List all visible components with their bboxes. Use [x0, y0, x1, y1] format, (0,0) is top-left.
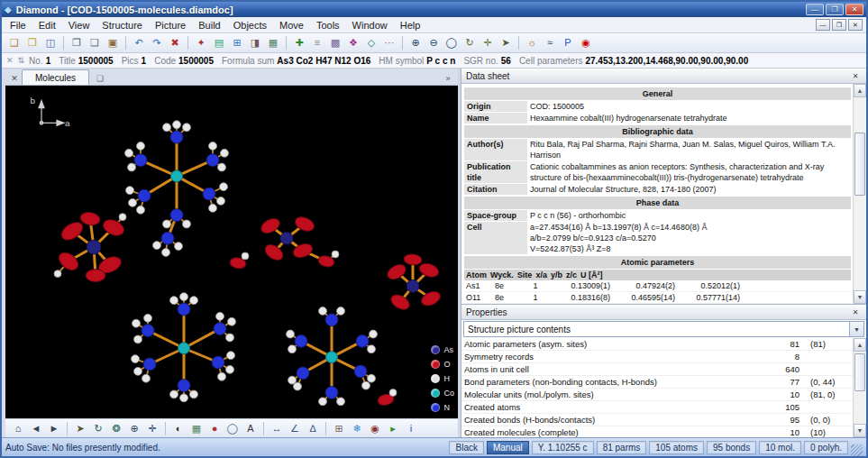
- properties-tool-icon[interactable]: P: [559, 34, 577, 51]
- add-atom-icon[interactable]: ✚: [290, 34, 308, 51]
- new-picture-icon[interactable]: ❏: [92, 71, 108, 85]
- snapshot-icon[interactable]: ◉: [366, 420, 384, 437]
- scroll-up-icon[interactable]: ▲: [854, 84, 866, 97]
- scroll-track[interactable]: [854, 352, 866, 424]
- expand-tabs-button[interactable]: »: [440, 71, 456, 85]
- redo-icon[interactable]: ↷: [148, 34, 166, 51]
- open-file-icon[interactable]: ❒: [23, 34, 41, 51]
- tab-molecules[interactable]: Molecules: [22, 69, 89, 85]
- scroll-down-icon[interactable]: ▼: [854, 290, 866, 304]
- menu-item[interactable]: View: [62, 19, 96, 32]
- menu-item[interactable]: File: [4, 19, 32, 32]
- property-row[interactable]: Created bonds (H-bonds/contacts) 95 (0, …: [461, 414, 853, 426]
- scroll-up-icon[interactable]: ▲: [854, 338, 866, 352]
- angle-icon[interactable]: ∠: [286, 420, 304, 437]
- scroll-down-icon[interactable]: ▼: [854, 424, 866, 437]
- powder-pattern-icon[interactable]: ≈: [541, 34, 559, 51]
- torsion-icon[interactable]: ∆: [304, 420, 322, 437]
- zoom-out-icon[interactable]: ⊖: [425, 34, 443, 51]
- zoom-indicator[interactable]: Y. 1.10255 c: [532, 441, 594, 454]
- property-row[interactable]: Created molecules (complete) 10 (10): [461, 426, 853, 437]
- save-icon[interactable]: ◫: [41, 34, 59, 51]
- table-row[interactable]: O11 8e 1 0.18316(8) 0.46595(14) 0.57771(…: [464, 292, 851, 304]
- menu-item[interactable]: Move: [273, 19, 310, 32]
- close-tab-icon[interactable]: ✕: [7, 71, 22, 85]
- movie-icon[interactable]: ▸: [384, 420, 402, 437]
- new-structure-icon[interactable]: ✦: [192, 34, 210, 51]
- table-row[interactable]: As1 8e 1 0.13009(1) 0.47924(2) 0.52012(1…: [464, 280, 851, 292]
- h-bond-icon[interactable]: ⋯: [380, 34, 398, 51]
- property-row[interactable]: Molecular units (mol./polym. sites) 10 (…: [461, 389, 853, 401]
- spin-mode-icon[interactable]: ❂: [107, 420, 125, 437]
- fit-view-icon[interactable]: ◯: [443, 34, 461, 51]
- rotate-mode-icon[interactable]: ↻: [89, 420, 107, 437]
- connect-atoms-icon[interactable]: ≡: [308, 34, 326, 51]
- home-view-icon[interactable]: ⌂: [9, 420, 27, 437]
- update-mode-indicator[interactable]: Manual: [487, 441, 529, 454]
- menu-item[interactable]: Structure: [96, 19, 149, 32]
- scroll-thumb[interactable]: [854, 133, 865, 196]
- scroll-thumb[interactable]: [854, 353, 865, 391]
- camera-icon[interactable]: ◉: [577, 34, 595, 51]
- undo-icon[interactable]: ↶: [130, 34, 148, 51]
- fill-cell-icon[interactable]: ▩: [326, 34, 344, 51]
- polyhedra-icon[interactable]: ◇: [362, 34, 380, 51]
- distance-icon[interactable]: ↔: [268, 420, 286, 437]
- atom-table-icon[interactable]: ⊞: [228, 34, 246, 51]
- zoom-in-icon[interactable]: ⊕: [407, 34, 425, 51]
- menu-item[interactable]: Window: [346, 19, 394, 32]
- symmetry-icon[interactable]: ❄: [348, 420, 366, 437]
- info-icon[interactable]: i: [402, 420, 420, 437]
- menu-item[interactable]: Objects: [227, 19, 273, 32]
- menu-item[interactable]: Help: [394, 19, 427, 32]
- forward-icon[interactable]: ►: [45, 420, 63, 437]
- property-row[interactable]: Created atoms 105: [461, 401, 853, 414]
- print-icon[interactable]: ❐: [68, 34, 86, 51]
- close-data-sheet-icon[interactable]: ✕: [849, 70, 862, 81]
- background-mode-indicator[interactable]: Black: [449, 441, 483, 454]
- unit-cell-icon[interactable]: ⊞: [330, 420, 348, 437]
- select-mode-icon[interactable]: ➤: [71, 420, 89, 437]
- data-sheet-icon[interactable]: ▤: [210, 34, 228, 51]
- settings-icon[interactable]: ☼: [523, 34, 541, 51]
- child-minimize-button[interactable]: —: [816, 19, 830, 31]
- select-icon[interactable]: ➤: [497, 34, 515, 51]
- clear-filter-icon[interactable]: ✕: [6, 56, 14, 65]
- labels-icon[interactable]: A: [242, 420, 260, 437]
- properties-scrollbar[interactable]: ▲ ▼: [853, 338, 866, 437]
- chevron-down-icon[interactable]: ▼: [849, 322, 863, 336]
- perspective-icon[interactable]: ▦: [187, 420, 206, 437]
- property-row[interactable]: Atoms in unit cell 640: [461, 363, 853, 376]
- structure-canvas[interactable]: b a As O: [5, 86, 458, 418]
- rotate-icon[interactable]: ↻: [461, 34, 479, 51]
- zoom-mode-icon[interactable]: ⊕: [125, 420, 143, 437]
- menu-item[interactable]: Tools: [310, 19, 346, 32]
- minimize-button[interactable]: —: [806, 4, 824, 15]
- menu-item[interactable]: Picture: [149, 19, 192, 32]
- new-document-icon[interactable]: ❑: [5, 34, 23, 51]
- property-row[interactable]: Symmetry records 8: [461, 351, 853, 363]
- restore-button[interactable]: ❐: [826, 4, 844, 15]
- child-close-button[interactable]: ✕: [848, 19, 863, 31]
- packing-icon[interactable]: ❖: [344, 34, 362, 51]
- stereo-icon[interactable]: ◐: [169, 420, 187, 437]
- child-restore-button[interactable]: ❐: [832, 19, 846, 31]
- scroll-track[interactable]: [854, 97, 866, 290]
- property-row[interactable]: Atomic parameters (asym. sites) 81 (81): [461, 338, 853, 351]
- wireframe-icon[interactable]: ◯: [224, 420, 242, 437]
- data-brick-icon[interactable]: ▦: [264, 34, 282, 51]
- menu-item[interactable]: Edit: [32, 19, 62, 32]
- properties-selector-dropdown[interactable]: Structure picture contents ▼: [463, 321, 864, 337]
- resize-grip[interactable]: [851, 444, 863, 456]
- paste-icon[interactable]: ▣: [104, 34, 122, 51]
- property-row[interactable]: Bond parameters (non-bonding contacts, H…: [461, 376, 853, 389]
- close-properties-icon[interactable]: ✕: [849, 307, 862, 317]
- data-sheet-scrollbar[interactable]: ▲ ▼: [853, 84, 866, 304]
- molecule-rendering[interactable]: b a: [5, 86, 458, 418]
- translate-mode-icon[interactable]: ✛: [143, 420, 161, 437]
- move-icon[interactable]: ✛: [479, 34, 497, 51]
- picture-icon[interactable]: ◨: [246, 34, 264, 51]
- delete-icon[interactable]: ✖: [166, 34, 184, 51]
- navigate-records-icon[interactable]: ⇅: [18, 56, 25, 65]
- close-button[interactable]: ✕: [845, 4, 863, 15]
